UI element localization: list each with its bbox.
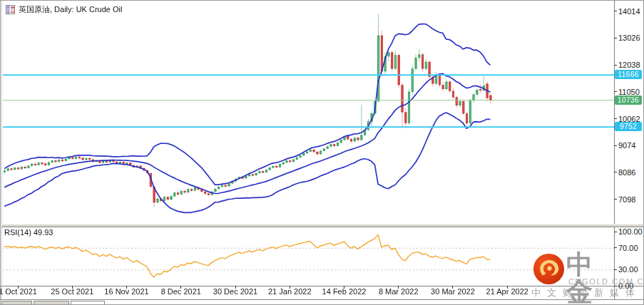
price-badge-resistance[interactable]: 11666 xyxy=(615,70,642,79)
price-tick-label: 8086 xyxy=(618,168,635,177)
price-tick-label: 13026 xyxy=(618,33,640,42)
chart-tab-3-active[interactable] xyxy=(71,301,105,305)
price-tick-mark xyxy=(614,199,617,200)
price-badge-support[interactable]: 9752 xyxy=(615,122,642,131)
chart-icon xyxy=(6,5,15,14)
date-tick-label: 14 Feb 2022 xyxy=(322,287,367,296)
price-chart-canvas[interactable] xyxy=(3,3,614,286)
rsi-tick-label: 100.00 xyxy=(618,227,643,236)
price-tick-mark xyxy=(614,91,617,92)
price-tick-label: 11050 xyxy=(618,88,640,96)
price-tick-label: 7098 xyxy=(618,195,635,204)
rsi-tick-mark xyxy=(614,286,617,286)
rsi-tick-label: 30.00 xyxy=(618,265,638,274)
chart-tab-1[interactable] xyxy=(1,301,32,305)
date-tick-label: 30 Mar 2022 xyxy=(431,287,475,296)
price-tick-mark xyxy=(614,118,617,119)
rsi-tick-label: 0.00 xyxy=(618,281,633,290)
time-axis-line xyxy=(1,286,644,286)
chart-window: 英国原油, Daily: UK Crude Oil RSI(14) 49.93 … xyxy=(0,0,644,305)
date-tick-label: 8 Dec 2021 xyxy=(161,287,201,296)
rsi-tick-mark xyxy=(614,247,617,248)
price-tick-mark xyxy=(614,11,617,11)
pane-splitter[interactable] xyxy=(1,224,644,227)
date-tick-label: 21 Apr 2022 xyxy=(486,287,528,296)
chart-title-row: 英国原油, Daily: UK Crude Oil xyxy=(6,4,122,15)
rsi-tick-label: 70.00 xyxy=(618,244,638,252)
price-tick-mark xyxy=(614,145,617,146)
date-tick-label: 21 Jan 2022 xyxy=(268,287,312,296)
date-tick-label: 30 Dec 2021 xyxy=(213,287,257,296)
price-tick-mark xyxy=(614,172,617,172)
date-tick-label: 25 Oct 2021 xyxy=(51,287,93,296)
chart-title: 英国原油, Daily: UK Crude Oil xyxy=(19,4,122,15)
price-badge-current-price: 10736 xyxy=(615,95,642,105)
price-tick-label: 12038 xyxy=(618,61,640,69)
price-tick-mark xyxy=(614,65,617,66)
rsi-indicator-label: RSI(14) 49.93 xyxy=(4,228,53,237)
price-tick-mark xyxy=(614,38,617,38)
chart-tabs-strip xyxy=(1,299,644,305)
chart-tab-2[interactable] xyxy=(34,301,69,305)
price-tick-label: 9074 xyxy=(618,141,635,150)
date-tick-label: 1 Oct 2021 xyxy=(0,287,37,296)
price-axis-line xyxy=(614,1,615,299)
date-tick-label: 8 Mar 2022 xyxy=(379,287,419,296)
price-tick-label: 14014 xyxy=(618,7,640,16)
date-tick-label: 16 Nov 2021 xyxy=(104,287,148,296)
rsi-tick-mark xyxy=(614,232,617,232)
rsi-tick-mark xyxy=(614,269,617,270)
